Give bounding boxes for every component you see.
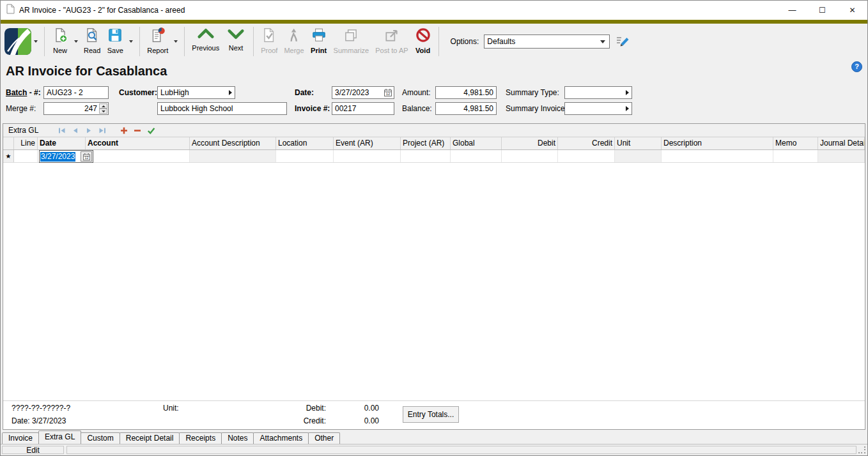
summary-type-label: Summary Type:	[506, 86, 559, 99]
cell-event-ar[interactable]	[334, 150, 401, 162]
accept-row-icon[interactable]	[146, 126, 156, 135]
report-button[interactable]: Report	[144, 25, 171, 58]
summary-invoice-lookup[interactable]	[564, 102, 632, 115]
first-record-icon[interactable]	[58, 126, 66, 135]
footer-credit-value: 0.00	[334, 416, 379, 425]
add-row-icon[interactable]	[120, 126, 128, 135]
read-button[interactable]: Read	[81, 25, 104, 58]
summary-type-lookup[interactable]	[564, 86, 632, 99]
content-area: AR Invoice for Casablanca ? Batch - #: C…	[1, 59, 867, 444]
report-button-label: Report	[147, 47, 168, 54]
report-dropdown-icon[interactable]	[174, 40, 178, 43]
date-editor-selected-text: 3/27/2023	[40, 152, 75, 162]
spin-down-icon[interactable]	[99, 109, 107, 114]
spinner-buttons[interactable]	[99, 103, 107, 114]
tab-extra-gl[interactable]: Extra GL	[38, 430, 81, 444]
batch-label: Batch - #:	[6, 86, 41, 99]
merge-number-label: Merge #:	[6, 102, 36, 115]
last-record-icon[interactable]	[98, 126, 107, 135]
app-window: AR Invoice - "AUG23 - 2" for Casablanca …	[0, 0, 868, 456]
calendar-icon[interactable]: 12	[384, 88, 392, 100]
toolbar-separator	[184, 27, 185, 56]
column-header-journal-detail: Journal Detail	[818, 137, 865, 149]
cell-debit[interactable]	[502, 150, 558, 162]
extra-gl-grid-panel: Extra GL Line Date Account Account Des	[3, 123, 865, 430]
grid-editing-row[interactable]: ★ 3/27/2023 12	[3, 150, 865, 163]
chevron-up-icon	[196, 27, 216, 43]
previous-record-icon[interactable]	[71, 126, 80, 135]
previous-button[interactable]: Previous	[189, 25, 222, 58]
calendar-icon[interactable]: 12	[81, 151, 92, 162]
toolbar-separator	[438, 27, 439, 56]
help-icon[interactable]: ?	[851, 61, 862, 75]
balance-value: 4,981.50	[435, 102, 497, 115]
grid-toolbar: Extra GL	[3, 124, 865, 137]
customer-lookup-value: LubHigh	[160, 87, 229, 98]
grid-corner-cell	[3, 137, 14, 149]
tab-attachments[interactable]: Attachments	[253, 432, 309, 444]
cell-description[interactable]	[662, 150, 773, 162]
grid-empty-area	[3, 163, 865, 400]
next-record-icon[interactable]	[84, 126, 93, 135]
app-logo[interactable]	[4, 28, 31, 55]
tab-notes[interactable]: Notes	[221, 432, 254, 444]
new-dropdown-icon[interactable]	[74, 40, 78, 43]
tab-other[interactable]: Other	[308, 432, 340, 444]
post-to-ap-button: Post to AP	[372, 25, 411, 58]
amount-label: Amount:	[402, 86, 431, 99]
logo-dropdown-icon[interactable]	[34, 40, 38, 43]
delete-row-icon[interactable]	[133, 126, 142, 135]
options-label: Options:	[451, 37, 479, 46]
tab-receipt-detail[interactable]: Receipt Detail	[120, 432, 180, 444]
options-dropdown-value: Defaults	[487, 37, 600, 46]
print-button[interactable]: Print	[307, 25, 330, 58]
new-button[interactable]: New	[49, 25, 72, 58]
void-button[interactable]: Void	[412, 25, 435, 58]
next-button-label: Next	[229, 44, 244, 52]
grid-panel-label: Extra GL	[8, 126, 38, 135]
cell-global[interactable]	[451, 150, 502, 162]
invoice-number-input[interactable]	[332, 102, 394, 115]
invoice-header-form: Batch - #: Customer: LubHigh Date: 3/27/…	[1, 85, 867, 123]
grid-header-row: Line Date Account Account Description Lo…	[3, 137, 865, 150]
minimize-button[interactable]: —	[777, 1, 807, 20]
tab-receipts[interactable]: Receipts	[179, 432, 222, 444]
edit-options-icon[interactable]	[616, 34, 630, 49]
date-cell-editor[interactable]: 3/27/2023 12	[39, 150, 93, 163]
svg-text:?: ?	[855, 63, 859, 70]
merge-number-value: 247	[84, 104, 97, 113]
lookup-arrow-icon	[229, 90, 232, 95]
options-dropdown[interactable]: Defaults	[484, 34, 610, 49]
merge-number-stepper[interactable]: 247	[43, 102, 109, 115]
proof-document-icon	[261, 27, 277, 46]
tab-invoice[interactable]: Invoice	[2, 432, 39, 444]
cell-project-ar[interactable]	[401, 150, 451, 162]
spin-up-icon[interactable]	[99, 103, 107, 109]
date-field[interactable]: 3/27/2023 12	[332, 86, 394, 99]
cell-location[interactable]	[276, 150, 334, 162]
dropdown-arrow-icon	[600, 40, 605, 43]
title-bar: AR Invoice - "AUG23 - 2" for Casablanca …	[1, 1, 867, 20]
cell-line[interactable]	[14, 150, 38, 162]
grid-footer: ????-??-?????-? Date: 3/27/2023 Unit: De…	[3, 400, 865, 429]
next-button[interactable]: Next	[222, 25, 249, 58]
save-button-label: Save	[107, 47, 123, 54]
cell-credit[interactable]	[558, 150, 615, 162]
customer-lookup[interactable]: LubHigh	[157, 86, 235, 99]
maximize-button[interactable]: ☐	[807, 1, 837, 20]
save-button[interactable]: Save	[104, 25, 127, 58]
report-document-icon	[150, 27, 166, 46]
tab-custom[interactable]: Custom	[81, 432, 120, 444]
merge-button-label: Merge	[284, 47, 304, 54]
stacked-pages-icon	[343, 27, 359, 46]
footer-debit-value: 0.00	[334, 404, 379, 413]
close-button[interactable]: ✕	[837, 1, 867, 20]
save-dropdown-icon[interactable]	[129, 40, 133, 43]
status-bar: Edit	[1, 444, 867, 455]
batch-input[interactable]	[43, 86, 109, 99]
entry-totals-button[interactable]: Entry Totals...	[403, 406, 459, 423]
column-header-account-description: Account Description	[190, 137, 276, 149]
cell-memo[interactable]	[773, 150, 818, 162]
cell-account[interactable]	[86, 150, 190, 162]
resize-grip[interactable]	[858, 446, 866, 454]
